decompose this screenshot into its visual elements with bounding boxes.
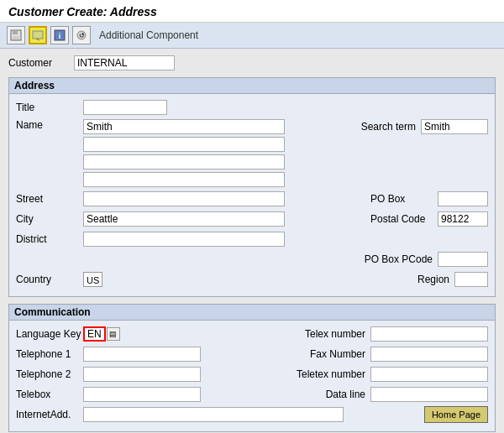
postal-code-label: Postal Code bbox=[370, 213, 438, 225]
telebox-label: Telebox bbox=[16, 389, 83, 400]
display-button[interactable] bbox=[29, 26, 47, 44]
name-input-2[interactable] bbox=[83, 137, 285, 152]
communication-section: Communication Language Key EN ▤ Telex nu… bbox=[8, 304, 496, 432]
language-key-lookup[interactable]: ▤ bbox=[107, 327, 120, 341]
customer-input[interactable] bbox=[74, 55, 175, 70]
customer-row: Customer bbox=[8, 55, 496, 70]
po-box-pcode-input[interactable] bbox=[438, 252, 488, 267]
title-input[interactable] bbox=[83, 100, 167, 115]
save-button[interactable] bbox=[7, 26, 25, 44]
svg-rect-1 bbox=[13, 30, 18, 34]
region-group: Region bbox=[417, 272, 488, 287]
tel2-teletex-row: Telephone 2 Teletex number bbox=[16, 366, 488, 383]
svg-text:↺: ↺ bbox=[79, 32, 85, 39]
info-button[interactable]: i bbox=[50, 26, 69, 44]
toolbar: i ↺ Additional Component bbox=[0, 23, 504, 49]
dataline-group: Data line bbox=[326, 387, 488, 402]
internet-input[interactable] bbox=[83, 407, 344, 422]
country-region-row: Country US Region bbox=[16, 271, 488, 288]
address-section-body: Title Name Search term bbox=[9, 94, 495, 296]
back-button[interactable]: ↺ bbox=[72, 26, 91, 44]
communication-section-body: Language Key EN ▤ Telex number Telephone… bbox=[9, 321, 495, 431]
telephone2-label: Telephone 2 bbox=[16, 368, 83, 380]
address-section-header: Address bbox=[9, 78, 495, 94]
fax-group: Fax Number bbox=[310, 347, 488, 362]
telebox-input[interactable] bbox=[83, 387, 201, 402]
name-inputs bbox=[83, 119, 285, 187]
district-input[interactable] bbox=[83, 232, 285, 247]
telephone2-input[interactable] bbox=[83, 367, 201, 382]
customer-label: Customer bbox=[8, 57, 67, 69]
district-row: District bbox=[16, 231, 488, 248]
search-term-input[interactable] bbox=[421, 119, 488, 134]
fax-input[interactable] bbox=[370, 347, 488, 362]
telex-input[interactable] bbox=[370, 326, 488, 342]
telebox-dataline-row: Telebox Data line bbox=[16, 386, 488, 403]
teletex-input[interactable] bbox=[370, 367, 488, 382]
city-input[interactable] bbox=[83, 211, 285, 227]
address-section: Address Title Name Search term bbox=[8, 77, 496, 297]
svg-rect-2 bbox=[13, 36, 19, 39]
name-search-row: Name Search term bbox=[16, 119, 488, 187]
telephone1-label: Telephone 1 bbox=[16, 348, 83, 360]
svg-rect-3 bbox=[33, 31, 43, 39]
internet-label: InternetAdd. bbox=[16, 409, 83, 420]
city-postal-row: City Postal Code bbox=[16, 211, 488, 227]
telex-group: Telex number bbox=[305, 326, 488, 342]
internet-homepage-row: InternetAdd. Home Page bbox=[16, 406, 488, 423]
country-flag: US bbox=[83, 272, 102, 287]
street-pobox-row: Street PO Box bbox=[16, 190, 488, 207]
language-telex-row: Language Key EN ▤ Telex number bbox=[16, 326, 488, 342]
postal-code-input[interactable] bbox=[438, 211, 488, 227]
additional-component-label: Additional Component bbox=[99, 29, 198, 41]
district-label: District bbox=[16, 233, 83, 245]
fax-label: Fax Number bbox=[310, 348, 365, 360]
po-box-pcode-group: PO Box PCode bbox=[365, 252, 488, 267]
search-term-row: Search term bbox=[361, 119, 488, 134]
name-input-1[interactable] bbox=[83, 119, 285, 134]
svg-text:i: i bbox=[59, 32, 61, 40]
teletex-label: Teletex number bbox=[297, 368, 365, 380]
name-label: Name bbox=[16, 119, 83, 131]
title-label: Title bbox=[16, 102, 83, 113]
search-term-label: Search term bbox=[361, 121, 416, 133]
language-key-label: Language Key bbox=[16, 328, 83, 340]
po-box-label: PO Box bbox=[370, 193, 438, 205]
city-label: City bbox=[16, 213, 83, 225]
po-box-pcode-label: PO Box PCode bbox=[365, 253, 433, 265]
main-content: Customer Address Title Name bbox=[0, 49, 504, 433]
title-bar: Customer Create: Address bbox=[0, 0, 504, 23]
po-box-input[interactable] bbox=[438, 191, 488, 206]
poboxpcode-region-row: PO Box PCode bbox=[16, 251, 488, 268]
title-row: Title bbox=[16, 99, 488, 116]
country-label: Country bbox=[16, 274, 83, 285]
data-line-input[interactable] bbox=[370, 387, 488, 402]
street-input[interactable] bbox=[83, 191, 285, 206]
street-label: Street bbox=[16, 193, 83, 205]
name-input-3[interactable] bbox=[83, 154, 285, 170]
name-input-4[interactable] bbox=[83, 172, 285, 187]
teletex-group: Teletex number bbox=[297, 367, 488, 382]
page-title: Customer Create: Address bbox=[8, 5, 496, 18]
telephone1-input[interactable] bbox=[83, 347, 201, 362]
communication-section-header: Communication bbox=[9, 305, 495, 321]
language-key-value: EN bbox=[83, 326, 106, 342]
telex-label: Telex number bbox=[305, 328, 365, 340]
tel1-fax-row: Telephone 1 Fax Number bbox=[16, 346, 488, 363]
region-input[interactable] bbox=[454, 272, 488, 287]
search-term-group: Search term bbox=[361, 119, 488, 134]
data-line-label: Data line bbox=[326, 389, 365, 400]
home-page-button[interactable]: Home Page bbox=[424, 406, 488, 423]
region-label: Region bbox=[417, 274, 449, 285]
